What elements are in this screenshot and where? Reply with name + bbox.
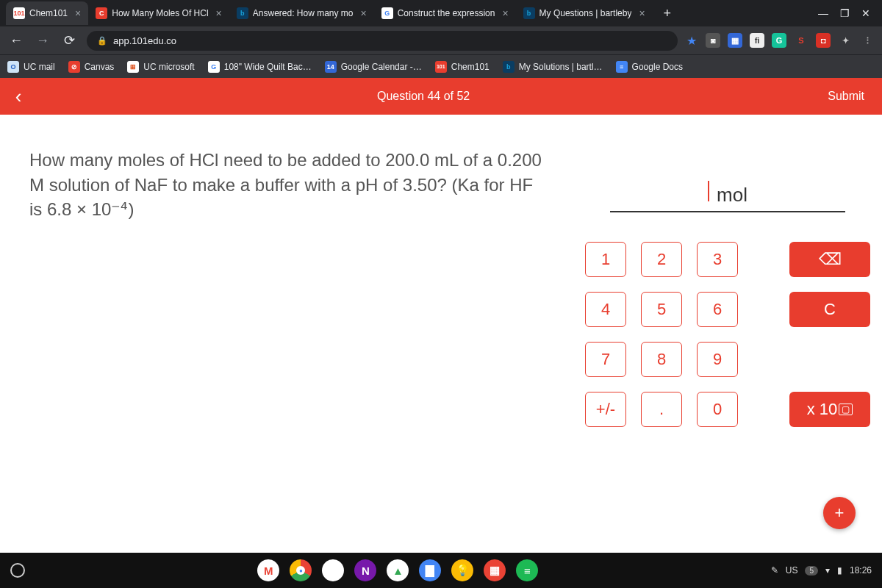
lock-icon: 🔒: [97, 36, 107, 46]
bookmark-label: Google Docs: [632, 62, 683, 72]
ext-icon[interactable]: ◙: [706, 33, 720, 48]
favicon-101-icon: 101: [13, 7, 25, 19]
spotify-icon[interactable]: ≡: [516, 559, 538, 581]
grammarly-icon[interactable]: G: [772, 33, 786, 48]
bookmark-bartleby[interactable]: bMy Solutions | bartl…: [503, 61, 603, 73]
favicon-bartleby-icon: b: [237, 7, 248, 19]
tab-chem101[interactable]: 101 Chem101 ×: [6, 1, 88, 25]
bookmark-canvas[interactable]: ⊘Canvas: [68, 61, 115, 73]
lang-indicator: US: [786, 565, 798, 576]
key-1[interactable]: 1: [585, 242, 626, 277]
chrome-icon[interactable]: ●: [290, 559, 312, 581]
tab-bartleby-questions[interactable]: b My Questions | bartleby ×: [516, 1, 653, 25]
shelf-apps: M ● ▶ N ▲ ▇ 💡 ▦ ≡: [257, 559, 538, 581]
favicon-google-icon: G: [381, 7, 393, 19]
launcher-button[interactable]: [10, 563, 25, 578]
key-4[interactable]: 4: [585, 292, 626, 327]
ext-icon[interactable]: S: [794, 33, 808, 48]
bookmark-docs[interactable]: ≡Google Docs: [616, 61, 683, 73]
app-header: ‹ Question 44 of 52 Submit: [0, 78, 882, 115]
docs-icon: ≡: [616, 61, 628, 73]
keep-icon[interactable]: 💡: [451, 559, 473, 581]
calendar-icon: 14: [325, 61, 337, 73]
reload-button[interactable]: ⟳: [60, 32, 78, 49]
question-counter: Question 44 of 52: [37, 90, 810, 103]
extensions-icon[interactable]: ✦: [838, 33, 853, 48]
back-chevron-button[interactable]: ‹: [0, 85, 37, 108]
key-plusminus[interactable]: +/-: [585, 392, 626, 427]
pen-icon[interactable]: ✎: [771, 565, 778, 576]
bookmark-calendar[interactable]: 14Google Calendar -…: [325, 61, 422, 73]
bookmark-label: 108" Wide Quilt Bac…: [224, 62, 312, 72]
menu-icon[interactable]: ⋮: [860, 33, 875, 48]
outlook-icon: O: [7, 61, 19, 73]
onenote-icon[interactable]: N: [354, 559, 376, 581]
ext-icon[interactable]: ▦: [728, 33, 742, 48]
minimize-icon[interactable]: —: [818, 7, 828, 19]
key-5[interactable]: 5: [641, 292, 682, 327]
answer-input[interactable]: mol: [610, 181, 845, 212]
chem101-icon: 101: [435, 61, 447, 73]
gmail-icon[interactable]: M: [257, 559, 279, 581]
bookmark-label: Canvas: [85, 62, 115, 72]
google-icon: G: [208, 61, 220, 73]
key-8[interactable]: 8: [641, 342, 682, 377]
close-window-icon[interactable]: ✕: [861, 7, 870, 19]
window-controls: — ❐ ✕: [818, 7, 876, 19]
extension-icons: ◙ ▦ fi G S ◘ ✦ ⋮: [706, 33, 875, 48]
ext-icon[interactable]: fi: [750, 33, 764, 48]
close-icon[interactable]: ×: [361, 7, 367, 19]
favicon-chegg-icon: C: [96, 7, 107, 19]
bookmark-quilt[interactable]: G108" Wide Quilt Bac…: [208, 61, 312, 73]
key-6[interactable]: 6: [697, 292, 738, 327]
key-2[interactable]: 2: [641, 242, 682, 277]
ext-icon[interactable]: ◘: [816, 33, 831, 48]
notification-count[interactable]: 5: [805, 566, 818, 576]
files-icon[interactable]: ▇: [419, 559, 441, 581]
text-cursor: [708, 181, 709, 201]
browser-toolbar: ← → ⟳ 🔒 app.101edu.co ★ ◙ ▦ fi G S ◘ ✦ ⋮: [0, 26, 882, 54]
back-button[interactable]: ←: [7, 33, 25, 49]
close-icon[interactable]: ×: [639, 7, 645, 19]
drive-icon[interactable]: ▲: [387, 559, 409, 581]
submit-button[interactable]: Submit: [810, 90, 882, 103]
add-fab-button[interactable]: +: [823, 497, 856, 529]
star-icon[interactable]: ★: [686, 34, 697, 48]
tab-bartleby-answered[interactable]: b Answered: How many mo ×: [229, 1, 374, 25]
new-tab-button[interactable]: +: [657, 3, 678, 24]
restore-icon[interactable]: ❐: [840, 7, 850, 19]
photos-icon[interactable]: ▦: [484, 559, 506, 581]
forward-button[interactable]: →: [34, 33, 51, 49]
tab-title: Chem101: [29, 8, 68, 18]
bookmark-chem101[interactable]: 101Chem101: [435, 61, 490, 73]
key-9[interactable]: 9: [697, 342, 738, 377]
url-text: app.101edu.co: [113, 35, 176, 46]
content-area: How many moles of HCl need to be added t…: [0, 115, 882, 567]
close-icon[interactable]: ×: [216, 7, 222, 19]
tab-title: Construct the expression: [398, 8, 495, 18]
key-7[interactable]: 7: [585, 342, 626, 377]
backspace-button[interactable]: ⌫: [789, 242, 870, 277]
bookmark-uc-mail[interactable]: OUC mail: [7, 61, 55, 73]
clear-button[interactable]: C: [789, 292, 870, 327]
key-3[interactable]: 3: [697, 242, 738, 277]
tab-chegg[interactable]: C How Many Moles Of HCl ×: [88, 1, 229, 25]
question-text: How many moles of HCl need to be added t…: [0, 115, 573, 567]
key-dot[interactable]: .: [641, 392, 682, 427]
tab-title: My Questions | bartleby: [539, 8, 632, 18]
system-tray[interactable]: ✎ US 5 ▾ ▮ 18:26: [771, 565, 872, 576]
address-bar[interactable]: 🔒 app.101edu.co: [87, 31, 678, 51]
tab-google[interactable]: G Construct the expression ×: [374, 1, 516, 25]
play-store-icon[interactable]: ▶: [322, 559, 344, 581]
key-0[interactable]: 0: [697, 392, 738, 427]
battery-icon: ▮: [837, 565, 842, 576]
microsoft-icon: ⊞: [127, 61, 139, 73]
close-icon[interactable]: ×: [502, 7, 508, 19]
close-icon[interactable]: ×: [75, 7, 81, 19]
bookmark-label: Google Calendar -…: [341, 62, 422, 72]
exponent-button[interactable]: x 10▢: [789, 392, 870, 427]
tab-title: How Many Moles Of HCl: [112, 8, 208, 18]
bookmark-uc-microsoft[interactable]: ⊞UC microsoft: [127, 61, 194, 73]
keypad: 1 2 3 ⌫ 4 5 6 C 7 8 9 +/- . 0 x 10▢: [588, 242, 867, 427]
bookmark-label: My Solutions | bartl…: [519, 62, 603, 72]
